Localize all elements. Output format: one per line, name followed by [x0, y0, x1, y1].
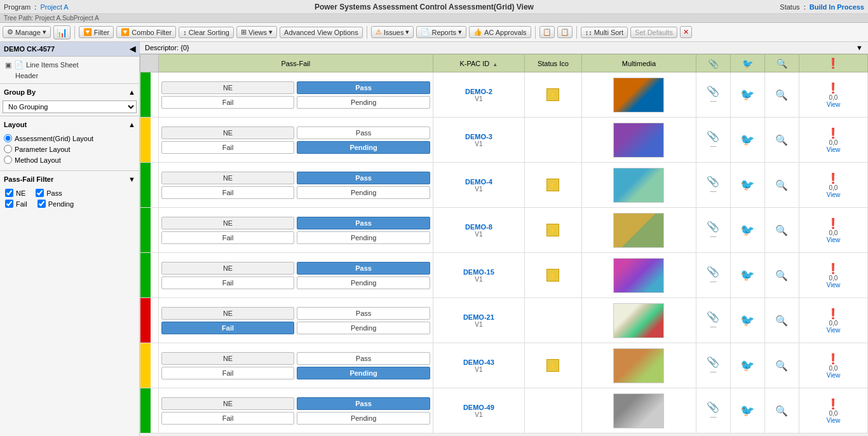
alert-icon[interactable]: ❗ — [827, 127, 839, 139]
pass-button[interactable]: Pass — [297, 262, 430, 275]
set-defaults-button[interactable]: Set Defaults — [630, 27, 677, 38]
pending-button[interactable]: Pending — [297, 276, 430, 289]
attachment-icon[interactable]: 📎 — [707, 85, 719, 97]
view-link[interactable]: View — [827, 146, 841, 153]
fail-button[interactable]: Fail — [161, 231, 295, 244]
header-kpac-id[interactable]: K-PAC ID ▲ — [433, 55, 524, 72]
layout-radio-grid[interactable] — [4, 134, 12, 142]
multimedia-cell[interactable] — [581, 388, 696, 433]
sidebar-collapse-button[interactable]: ◀ — [130, 44, 135, 53]
bird-icon[interactable]: 🐦 — [740, 223, 754, 237]
alert-icon[interactable]: ❗ — [827, 353, 839, 365]
multimedia-cell[interactable] — [581, 118, 696, 163]
header-alert[interactable]: ❗ — [799, 55, 867, 72]
ne-button[interactable]: NE — [161, 81, 295, 94]
reports-button[interactable]: 📄 Reports ▾ — [416, 26, 466, 38]
kpac-id-link[interactable]: DEMO-43 — [463, 358, 494, 366]
ne-button[interactable]: NE — [161, 262, 295, 275]
thumbnail[interactable] — [613, 213, 664, 248]
multimedia-cell[interactable] — [581, 208, 696, 253]
kpac-id-link[interactable]: DEMO-4 — [465, 178, 492, 186]
multi-sort-button[interactable]: ↕↕ Multi Sort — [581, 27, 628, 38]
grid-container[interactable]: Pass-Fail K-PAC ID ▲ Status Ico Multimed… — [140, 54, 868, 436]
kpac-status-icon[interactable]: ⚡ — [546, 359, 559, 372]
header-magnify[interactable]: 🔍 — [764, 55, 799, 72]
combo-filter-button[interactable]: 🔽 Combo Filter — [116, 26, 176, 38]
advanced-view-button[interactable]: Advanced View Options — [280, 27, 363, 38]
ne-button[interactable]: NE — [161, 397, 295, 410]
ne-button[interactable]: NE — [161, 126, 295, 139]
excel-button[interactable]: 📊 — [53, 25, 71, 39]
thumbnail[interactable] — [613, 168, 664, 203]
pending-button[interactable]: Pending — [297, 412, 430, 425]
descriptor-collapse-icon[interactable]: ▼ — [856, 44, 863, 51]
view-link[interactable]: View — [827, 417, 841, 424]
pass-button[interactable]: Pass — [297, 81, 430, 94]
multimedia-cell[interactable] — [581, 72, 696, 118]
view-link[interactable]: View — [827, 372, 841, 379]
view-link[interactable]: View — [827, 327, 841, 334]
pass-button[interactable]: Pass — [297, 397, 430, 410]
thumbnail[interactable] — [613, 258, 664, 293]
bird-icon[interactable]: 🐦 — [740, 313, 754, 327]
magnify-icon[interactable]: 🔍 — [775, 179, 788, 191]
close-button[interactable]: ✕ — [680, 26, 692, 38]
alert-icon[interactable]: ❗ — [827, 398, 839, 410]
pass-button[interactable]: Pass — [297, 217, 430, 229]
kpac-id-link[interactable]: DEMO-2 — [465, 88, 492, 95]
attachment-icon[interactable]: 📎 — [707, 175, 719, 187]
kpac-id-link[interactable]: DEMO-15 — [463, 268, 494, 276]
group-by-select[interactable]: No Grouping By Status By Type — [3, 100, 137, 113]
group-by-header[interactable]: Group By ▲ — [3, 86, 137, 98]
filter-checkbox-fail[interactable] — [5, 200, 13, 208]
bird-icon[interactable]: 🐦 — [740, 178, 754, 192]
view-link[interactable]: View — [827, 236, 841, 243]
pass-button[interactable]: Pass — [297, 172, 430, 184]
thumbnail[interactable] — [613, 78, 664, 112]
magnify-icon[interactable]: 🔍 — [775, 360, 788, 372]
ac-approvals-button[interactable]: 👍 AC Approvals — [469, 26, 531, 38]
view-link[interactable]: View — [827, 101, 841, 108]
magnify-icon[interactable]: 🔍 — [775, 315, 788, 327]
fail-button[interactable]: Fail — [161, 186, 295, 199]
pending-button[interactable]: Pending — [297, 231, 430, 244]
kpac-status-icon[interactable]: ⚡ — [546, 224, 559, 236]
attachment-icon[interactable]: 📎 — [707, 221, 719, 233]
issues-button[interactable]: ⚠ Issues ▾ — [371, 26, 414, 38]
multimedia-cell[interactable] — [581, 343, 696, 388]
kpac-id-link[interactable]: DEMO-21 — [463, 313, 494, 321]
fail-button[interactable]: Fail — [161, 367, 295, 379]
header-bird[interactable]: 🐦 — [730, 55, 764, 72]
kpac-id-link[interactable]: DEMO-8 — [465, 223, 492, 231]
program-link[interactable]: Project A — [40, 3, 68, 11]
filter-checkbox-pending[interactable] — [37, 200, 46, 208]
icon-btn-1[interactable]: 📋 — [539, 26, 555, 38]
kpac-status-icon[interactable]: ⚡ — [546, 179, 559, 191]
attachment-icon[interactable]: 📎 — [707, 356, 719, 368]
alert-icon[interactable]: ❗ — [827, 217, 839, 229]
tree-item-header[interactable]: Header — [3, 71, 137, 81]
filter-checkbox-pass[interactable] — [36, 189, 44, 197]
bird-icon[interactable]: 🐦 — [740, 404, 754, 418]
pass-button[interactable]: Pass — [297, 126, 430, 139]
pass-button[interactable]: Pass — [297, 352, 430, 365]
attachment-icon[interactable]: 📎 — [707, 266, 719, 278]
pending-button[interactable]: Pending — [297, 96, 430, 109]
header-multimedia[interactable]: Multimedia — [581, 55, 696, 72]
view-link[interactable]: View — [827, 191, 841, 198]
bird-icon[interactable]: 🐦 — [740, 268, 754, 282]
fail-button[interactable]: Fail — [161, 412, 295, 425]
alert-icon[interactable]: ❗ — [827, 82, 839, 94]
fail-button[interactable]: Fail — [161, 141, 295, 154]
fail-button[interactable]: Fail — [161, 276, 295, 289]
kpac-id-link[interactable]: DEMO-49 — [463, 404, 494, 411]
thumbnail[interactable] — [613, 303, 664, 338]
magnify-icon[interactable]: 🔍 — [775, 134, 788, 146]
fail-button[interactable]: Fail — [161, 322, 295, 334]
bird-icon[interactable]: 🐦 — [740, 358, 754, 372]
pending-button[interactable]: Pending — [297, 186, 430, 199]
fail-button[interactable]: Fail — [161, 96, 295, 109]
layout-radio-method[interactable] — [4, 156, 12, 164]
icon-btn-2[interactable]: 📋 — [557, 26, 573, 38]
kpac-status-icon[interactable]: ⚡ — [546, 88, 559, 101]
